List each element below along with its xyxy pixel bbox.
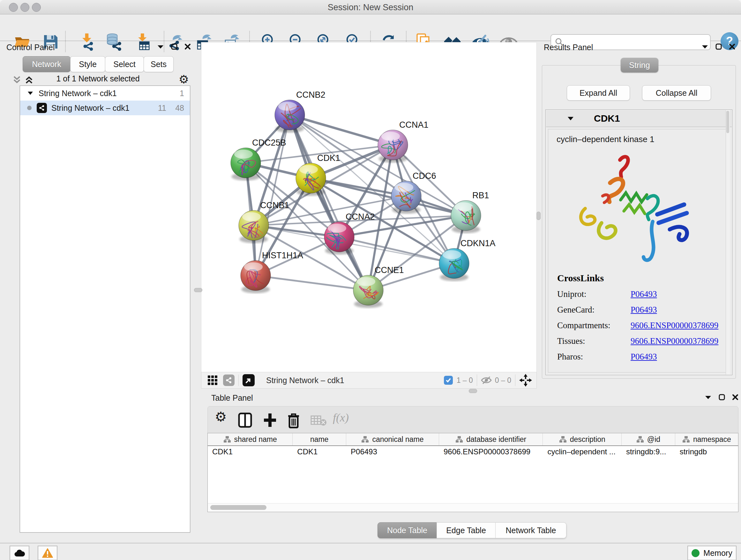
memory-button[interactable]: Memory bbox=[687, 546, 737, 560]
crosslinks-section: CrossLinks Uniprot:P06493 GeneCard:P0649… bbox=[548, 273, 726, 362]
selected-nodes-checkbox[interactable] bbox=[444, 376, 453, 385]
float-panel-icon[interactable] bbox=[704, 395, 712, 399]
crosslink-label: Compartments: bbox=[557, 320, 630, 330]
add-column-icon[interactable] bbox=[263, 412, 277, 428]
tab-edge-table[interactable]: Edge Table bbox=[436, 522, 495, 538]
collection-count: 1 bbox=[180, 89, 184, 98]
warnings-button[interactable] bbox=[38, 546, 57, 560]
float-panel-icon[interactable] bbox=[157, 44, 164, 49]
network-node-cdk1[interactable]: CDK1 bbox=[296, 153, 340, 196]
network-node-ccnb2[interactable]: CCNB2 bbox=[275, 90, 326, 132]
network-status-dot bbox=[27, 106, 31, 110]
network-node-hist1h1a[interactable]: HIST1H1A bbox=[241, 251, 303, 293]
gene-header-row[interactable]: CDK1 bbox=[546, 110, 732, 127]
delete-table-icon-disabled bbox=[311, 415, 327, 426]
network-node-rb1[interactable]: RB1 bbox=[451, 191, 489, 233]
gene-name: CDK1 bbox=[594, 113, 620, 124]
close-panel-icon[interactable] bbox=[732, 394, 738, 400]
float-panel-icon[interactable] bbox=[701, 44, 709, 49]
network-node-ccnb1[interactable]: CCNB1 bbox=[239, 200, 289, 243]
network-node-cdkn1a[interactable]: CDKN1A bbox=[439, 239, 495, 281]
column-header[interactable]: database identifier bbox=[439, 433, 543, 445]
fit-selection-crosshair-icon[interactable] bbox=[519, 374, 532, 387]
network-canvas[interactable]: CCNB2CCNA1CDC25BCDK1CDC6RB1CCNB1CCNA2CDK… bbox=[201, 42, 537, 372]
title-bar: Session: New Session bbox=[0, 0, 741, 14]
hidden-counts: 0 – 0 bbox=[495, 376, 511, 385]
maximize-panel-icon[interactable] bbox=[719, 394, 725, 400]
table-horizontal-scrollbar[interactable] bbox=[208, 503, 738, 512]
network-row-selected[interactable]: String Network – cdk1 11 48 bbox=[20, 101, 190, 115]
function-builder-icon: f(x) bbox=[333, 411, 349, 424]
crosslink-compartments-link[interactable]: 9606.ENSP00000378699 bbox=[630, 320, 718, 330]
results-panel: Results Panel String Expand All Collapse… bbox=[540, 42, 738, 379]
network-node-ccna1[interactable]: CCNA1 bbox=[378, 120, 428, 163]
node-table: shared name name canonical name database… bbox=[207, 433, 738, 512]
gene-collapse-icon[interactable] bbox=[567, 116, 574, 121]
table-options-gear-icon[interactable]: ⚙ bbox=[215, 409, 227, 425]
string-network-icon bbox=[37, 103, 47, 113]
collapse-all-button[interactable]: Collapse All bbox=[642, 85, 711, 101]
tab-sets[interactable]: Sets bbox=[144, 56, 174, 72]
main-toolbar: ? bbox=[0, 14, 741, 41]
column-header[interactable]: canonical name bbox=[346, 433, 439, 445]
expand-all-button[interactable]: Expand All bbox=[567, 85, 630, 101]
column-header[interactable]: description bbox=[543, 433, 622, 445]
cloud-status-button[interactable] bbox=[10, 546, 29, 560]
grid-view-icon[interactable] bbox=[207, 375, 218, 386]
crosslink-tissues-link[interactable]: 9606.ENSP00000378699 bbox=[630, 336, 718, 346]
string-view-icon[interactable] bbox=[223, 374, 234, 386]
node-label: CCNB2 bbox=[296, 90, 326, 100]
table-panel: Table Panel ⚙ f(x) shared name name cano… bbox=[207, 392, 738, 541]
crosslink-pharos-link[interactable]: P06493 bbox=[630, 352, 657, 362]
expand-all-tree-icon[interactable] bbox=[24, 75, 34, 84]
crosslink-genecard-link[interactable]: P06493 bbox=[630, 305, 657, 315]
node-label: HIST1H1A bbox=[262, 251, 303, 260]
crosslinks-title: CrossLinks bbox=[557, 273, 726, 284]
status-bar: Memory bbox=[0, 543, 741, 560]
node-label: CDK1 bbox=[317, 153, 340, 163]
left-splitter-handle[interactable] bbox=[194, 288, 202, 292]
tab-style[interactable]: Style bbox=[70, 56, 105, 72]
string-results-container: Expand All Collapse All CDK1 cyclin–depe… bbox=[542, 65, 736, 379]
column-header[interactable]: namespace bbox=[675, 433, 738, 445]
crosslink-label: Tissues: bbox=[557, 336, 630, 346]
table-panel-title: Table Panel bbox=[211, 393, 253, 402]
string-network-graph[interactable]: CCNB2CCNA1CDC25BCDK1CDC6RB1CCNB1CCNA2CDK… bbox=[201, 43, 536, 372]
crosslink-label: GeneCard: bbox=[557, 305, 630, 315]
column-header[interactable]: name bbox=[293, 433, 346, 445]
collection-expand-icon[interactable] bbox=[27, 91, 33, 96]
table-header-row: shared name name canonical name database… bbox=[208, 433, 738, 446]
column-header[interactable]: shared name bbox=[208, 433, 293, 445]
protein-structure-image bbox=[570, 147, 704, 271]
network-node-count: 11 bbox=[158, 104, 166, 113]
close-panel-icon[interactable] bbox=[185, 44, 191, 50]
crosslink-uniprot-link[interactable]: P06493 bbox=[630, 289, 657, 299]
tab-select[interactable]: Select bbox=[105, 56, 144, 72]
column-header[interactable]: @id bbox=[622, 433, 675, 445]
network-options-gear-icon[interactable]: ⚙ bbox=[179, 73, 189, 86]
table-row[interactable]: CDK1 CDK1 P06493 9606.ENSP00000378699 cy… bbox=[208, 446, 738, 457]
control-panel: Control Panel Network Style Select Sets … bbox=[3, 42, 193, 535]
delete-column-icon[interactable] bbox=[287, 412, 300, 429]
maximize-panel-icon[interactable] bbox=[171, 44, 178, 50]
gene-description: cyclin–dependent kinase 1 bbox=[548, 129, 726, 144]
network-tree: String Network – cdk1 1 String Network –… bbox=[20, 85, 190, 533]
detach-view-icon[interactable] bbox=[243, 374, 255, 386]
node-label: CCNE1 bbox=[375, 265, 404, 275]
crosslink-label: Pharos: bbox=[557, 352, 630, 362]
maximize-panel-icon[interactable] bbox=[716, 44, 722, 50]
network-collection-row[interactable]: String Network – cdk1 1 bbox=[20, 86, 190, 101]
show-columns-icon[interactable] bbox=[238, 412, 253, 428]
collapse-all-tree-icon[interactable] bbox=[12, 75, 22, 84]
results-scrollbar[interactable] bbox=[726, 110, 730, 374]
tab-string[interactable]: String bbox=[621, 58, 658, 72]
tab-node-table[interactable]: Node Table bbox=[378, 522, 437, 538]
tab-network-table[interactable]: Network Table bbox=[495, 522, 566, 538]
network-selection-status: 1 of 1 Network selected bbox=[42, 74, 154, 83]
node-label: CDC6 bbox=[413, 171, 436, 181]
tab-network[interactable]: Network bbox=[23, 56, 71, 72]
node-label: CCNB1 bbox=[260, 200, 289, 210]
node-label: CCNA2 bbox=[346, 212, 375, 222]
close-panel-icon[interactable] bbox=[729, 44, 735, 50]
memory-status-dot bbox=[691, 549, 699, 557]
